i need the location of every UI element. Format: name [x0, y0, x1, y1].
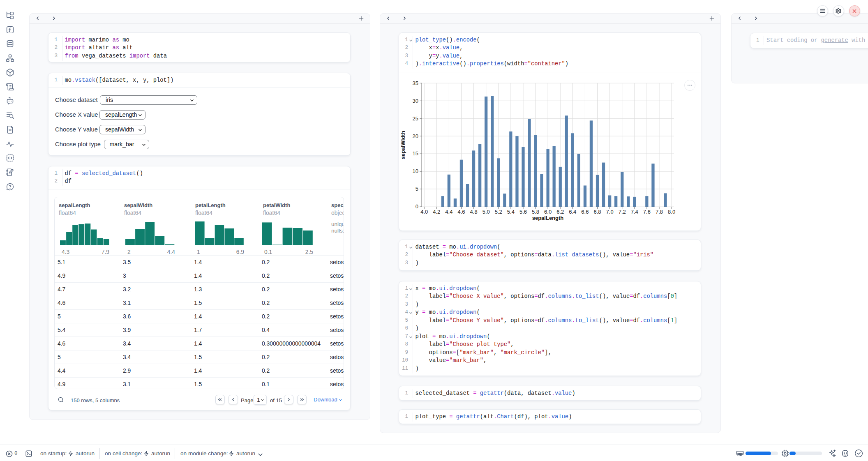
svg-text:6.6: 6.6	[581, 209, 589, 215]
svg-text:4.6: 4.6	[457, 209, 465, 215]
svg-text:0: 0	[416, 203, 418, 210]
svg-text:5.2: 5.2	[495, 209, 502, 215]
svg-text:7.6: 7.6	[643, 209, 651, 215]
svg-text:6.8: 6.8	[593, 209, 601, 215]
svg-text:7.0: 7.0	[606, 209, 614, 215]
svg-text:8.0: 8.0	[668, 209, 675, 215]
svg-text:4.2: 4.2	[433, 209, 440, 215]
svg-text:5.8: 5.8	[532, 209, 539, 215]
svg-text:25: 25	[413, 115, 418, 122]
svg-text:4.8: 4.8	[470, 209, 478, 215]
svg-text:35: 35	[413, 80, 418, 86]
svg-text:10: 10	[413, 168, 418, 174]
svg-text:30: 30	[413, 98, 418, 104]
svg-text:5.0: 5.0	[482, 209, 490, 215]
svg-text:sepalWidth: sepalWidth	[400, 131, 406, 159]
svg-text:5.4: 5.4	[507, 209, 515, 215]
svg-text:7.2: 7.2	[619, 209, 626, 215]
svg-text:6.4: 6.4	[569, 209, 576, 215]
svg-text:7.4: 7.4	[631, 209, 638, 215]
svg-text:15: 15	[413, 150, 418, 157]
svg-text:sepalLength: sepalLength	[532, 215, 564, 221]
svg-text:6.2: 6.2	[556, 209, 564, 215]
svg-text:6.0: 6.0	[544, 209, 552, 215]
svg-text:7.8: 7.8	[656, 209, 663, 215]
svg-text:4.0: 4.0	[420, 209, 428, 215]
svg-text:5: 5	[416, 186, 418, 192]
svg-text:4.4: 4.4	[445, 209, 452, 215]
svg-text:5.6: 5.6	[519, 209, 527, 215]
svg-text:20: 20	[413, 133, 418, 139]
